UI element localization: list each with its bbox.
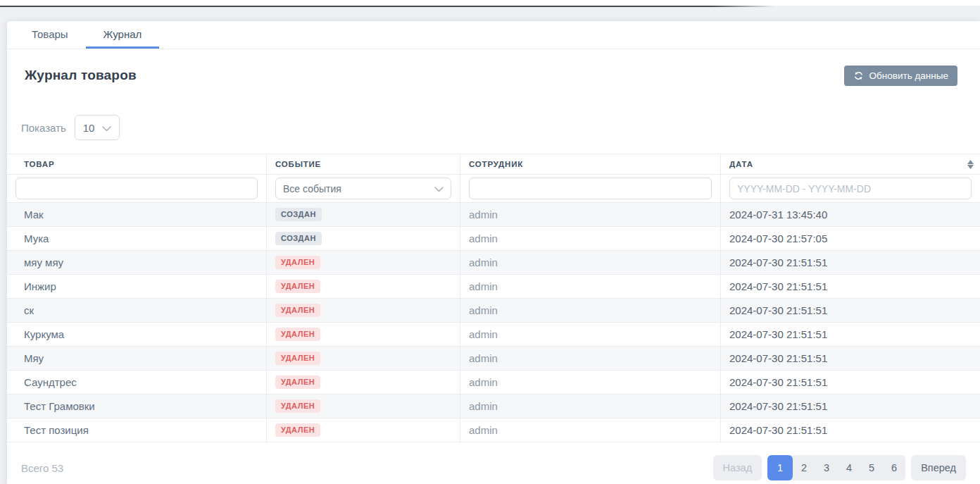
event-cell: УДАЛЕН (267, 347, 460, 370)
event-badge: СОЗДАН (275, 232, 322, 245)
table-footer: Всего 53 Назад 123456 Вперед (7, 442, 980, 480)
event-filter-value: Все события (283, 183, 341, 194)
event-badge: УДАЛЕН (275, 423, 320, 437)
filter-cell-date (721, 175, 980, 202)
column-header-event: СОБЫТИЕ (267, 154, 460, 174)
date-cell: 2024-07-30 21:51:51 (721, 299, 980, 322)
pagination-page-3[interactable]: 3 (815, 455, 838, 480)
event-cell: СОЗДАН (267, 203, 460, 226)
employee-cell: admin (460, 347, 721, 370)
event-cell: УДАЛЕН (267, 299, 460, 322)
filter-cell-event: Все события (267, 175, 460, 202)
event-badge: УДАЛЕН (275, 399, 320, 413)
date-cell: 2024-07-31 13:45:40 (721, 203, 980, 226)
date-cell: 2024-07-30 21:51:51 (721, 275, 980, 298)
event-cell: УДАЛЕН (267, 418, 460, 442)
refresh-button-label: Обновить данные (869, 70, 948, 81)
event-badge: УДАЛЕН (275, 328, 320, 341)
pagination-page-6[interactable]: 6 (883, 455, 905, 480)
pagination-page-5[interactable]: 5 (860, 455, 883, 480)
employee-cell: admin (460, 227, 721, 250)
date-range-filter-input[interactable] (729, 178, 972, 199)
product-cell: Куркума (7, 323, 267, 346)
column-header-date-label: ДАТА (729, 160, 753, 168)
employee-cell: admin (460, 275, 721, 298)
chevron-down-icon (102, 122, 111, 134)
table-row: Инжир УДАЛЕН admin 2024-07-30 21:51:51 (7, 275, 980, 299)
product-cell: Мяу (7, 347, 267, 370)
pagination-prev-button[interactable]: Назад (713, 455, 762, 480)
column-header-product: ТОВАР (7, 154, 267, 174)
table-row: Мяу УДАЛЕН admin 2024-07-30 21:51:51 (7, 347, 980, 371)
date-cell: 2024-07-30 21:57:05 (721, 227, 980, 250)
table-body: Мак СОЗДАН admin 2024-07-31 13:45:40 Мук… (7, 203, 980, 442)
employee-cell: admin (460, 418, 721, 442)
event-cell: УДАЛЕН (267, 323, 460, 346)
event-badge: УДАЛЕН (275, 256, 320, 269)
window-divider-line (0, 6, 774, 7)
pagination-next-button[interactable]: Вперед (911, 455, 966, 480)
product-cell: Тест позиция (7, 418, 267, 442)
product-cell: Тест Грамовки (7, 395, 267, 418)
employee-cell: admin (460, 251, 721, 274)
tab-bar: Товары Журнал (7, 21, 980, 49)
page-size-row: Показать 10 (7, 115, 980, 140)
page-size-select[interactable]: 10 (75, 115, 120, 140)
product-cell: Мак (7, 203, 267, 226)
show-label: Показать (21, 122, 66, 134)
event-cell: СОЗДАН (267, 227, 460, 250)
event-cell: УДАЛЕН (267, 395, 460, 418)
event-cell: УДАЛЕН (267, 371, 460, 394)
pagination-page-4[interactable]: 4 (838, 455, 860, 480)
date-cell: 2024-07-30 21:51:51 (721, 418, 980, 442)
event-badge: УДАЛЕН (275, 304, 320, 317)
table-filter-row: Все события (7, 175, 980, 203)
product-cell: Инжир (7, 275, 267, 298)
employee-cell: admin (460, 323, 721, 346)
table-row: Тест Грамовки УДАЛЕН admin 2024-07-30 21… (7, 395, 980, 418)
event-badge: УДАЛЕН (275, 352, 320, 365)
tab-products[interactable]: Товары (32, 21, 86, 49)
journal-card: Товары Журнал Журнал товаров Обновить да… (7, 21, 980, 484)
filter-cell-product (7, 175, 267, 202)
product-cell: Саундтрес (7, 371, 267, 394)
refresh-icon (853, 70, 864, 81)
product-cell: ск (7, 299, 267, 322)
event-badge: УДАЛЕН (275, 280, 320, 293)
chevron-down-icon (434, 183, 444, 194)
pagination-pages: 123456 (767, 455, 905, 480)
total-count-label: Всего 53 (21, 462, 63, 474)
event-badge: УДАЛЕН (275, 376, 320, 389)
date-cell: 2024-07-30 21:51:51 (721, 251, 980, 274)
pagination-page-1[interactable]: 1 (767, 455, 793, 480)
employee-cell: admin (460, 299, 721, 322)
filter-cell-employee (460, 175, 721, 202)
product-cell: Мука (7, 227, 267, 250)
date-cell: 2024-07-30 21:51:51 (721, 395, 980, 418)
employee-cell: admin (460, 203, 721, 226)
event-badge: СОЗДАН (275, 208, 322, 221)
table-row: Куркума УДАЛЕН admin 2024-07-30 21:51:51 (7, 323, 980, 347)
table-row: мяу мяу УДАЛЕН admin 2024-07-30 21:51:51 (7, 251, 980, 275)
refresh-data-button[interactable]: Обновить данные (844, 66, 957, 86)
card-header: Журнал товаров Обновить данные (7, 61, 980, 89)
column-header-employee: СОТРУДНИК (460, 154, 721, 174)
date-cell: 2024-07-30 21:51:51 (721, 347, 980, 370)
event-cell: УДАЛЕН (267, 275, 460, 298)
journal-table: ТОВАР СОБЫТИЕ СОТРУДНИК ДАТА Все события (7, 154, 980, 442)
pagination: Назад 123456 Вперед (713, 455, 966, 480)
employee-filter-input[interactable] (469, 178, 712, 199)
product-filter-input[interactable] (15, 178, 258, 199)
pagination-page-2[interactable]: 2 (793, 455, 815, 480)
tab-journal[interactable]: Журнал (86, 21, 160, 49)
table-row: Мак СОЗДАН admin 2024-07-31 13:45:40 (7, 203, 980, 227)
date-cell: 2024-07-30 21:51:51 (721, 371, 980, 394)
table-row: Саундтрес УДАЛЕН admin 2024-07-30 21:51:… (7, 371, 980, 395)
table-row: Тест позиция УДАЛЕН admin 2024-07-30 21:… (7, 418, 980, 442)
event-filter-select[interactable]: Все события (275, 178, 451, 199)
product-cell: мяу мяу (7, 251, 267, 274)
page-size-value: 10 (83, 122, 95, 134)
column-header-date: ДАТА (721, 154, 980, 174)
sort-icon[interactable] (967, 160, 974, 169)
event-cell: УДАЛЕН (267, 251, 460, 274)
